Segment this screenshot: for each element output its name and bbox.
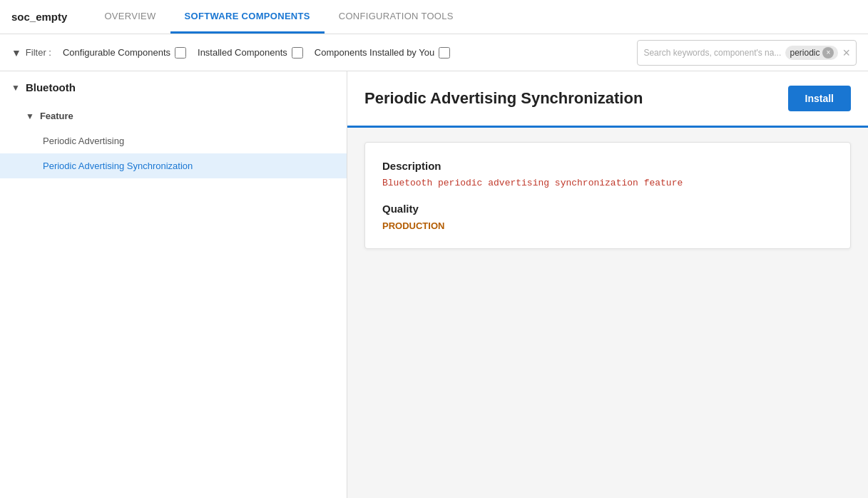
tree-item-periodic-advertising[interactable]: Periodic Advertising <box>0 128 347 153</box>
detail-card: Description Bluetooth periodic advertisi… <box>364 142 851 249</box>
tree-bluetooth-header[interactable]: ▼ Bluetooth <box>0 71 347 103</box>
tab-configuration-tools[interactable]: CONFIGURATION TOOLS <box>325 0 468 34</box>
app-title: soc_empty <box>11 11 67 23</box>
filter-icon: ▼ <box>11 47 21 59</box>
tab-software-components[interactable]: SOFTWARE COMPONENTS <box>170 0 325 34</box>
search-clear-icon[interactable]: × <box>842 46 850 59</box>
chip-text: periodic <box>790 48 820 58</box>
install-button[interactable]: Install <box>788 86 851 111</box>
filter-configurable: Configurable Components <box>63 47 186 59</box>
chip-close-icon[interactable]: × <box>822 47 834 59</box>
feature-label: Feature <box>40 111 73 121</box>
tab-overview[interactable]: OVERVIEW <box>90 0 170 34</box>
tree-feature-header[interactable]: ▼ Feature <box>0 103 347 128</box>
description-text: Bluetooth periodic advertising synchroni… <box>382 178 833 188</box>
nav-tabs: OVERVIEW SOFTWARE COMPONENTS CONFIGURATI… <box>90 0 467 34</box>
main-content: ▼ Bluetooth ▼ Feature Periodic Advertisi… <box>0 71 868 498</box>
left-panel: ▼ Bluetooth ▼ Feature Periodic Advertisi… <box>0 71 347 498</box>
configurable-checkbox[interactable] <box>175 47 186 59</box>
bluetooth-arrow-icon: ▼ <box>11 83 20 93</box>
tree-section: ▼ Bluetooth ▼ Feature Periodic Advertisi… <box>0 71 347 178</box>
description-label: Description <box>382 160 833 172</box>
component-header: Periodic Advertising Synchronization Ins… <box>347 71 868 128</box>
quality-label: Quality <box>382 203 833 215</box>
component-title: Periodic Advertising Synchronization <box>364 89 643 108</box>
top-nav: soc_empty OVERVIEW SOFTWARE COMPONENTS C… <box>0 0 868 34</box>
installed-checkbox[interactable] <box>292 47 303 59</box>
search-chip: periodic × <box>785 46 838 60</box>
tree-item-periodic-advertising-sync[interactable]: Periodic Advertising Synchronization <box>0 153 347 178</box>
search-box[interactable]: Search keywords, component's na... perio… <box>637 40 857 66</box>
right-panel: Periodic Advertising Synchronization Ins… <box>347 71 868 498</box>
detail-area: Description Bluetooth periodic advertisi… <box>347 128 868 498</box>
filter-label: ▼ Filter : <box>11 47 51 59</box>
search-placeholder: Search keywords, component's na... <box>643 48 781 58</box>
feature-arrow-icon: ▼ <box>26 111 34 121</box>
filter-bar: ▼ Filter : Configurable Components Insta… <box>0 34 868 71</box>
quality-value: PRODUCTION <box>382 220 833 231</box>
installed-by-you-checkbox[interactable] <box>439 47 450 59</box>
filter-installed: Installed Components <box>198 47 303 59</box>
filter-installed-by-you: Components Installed by You <box>315 47 450 59</box>
bluetooth-label: Bluetooth <box>26 81 76 93</box>
